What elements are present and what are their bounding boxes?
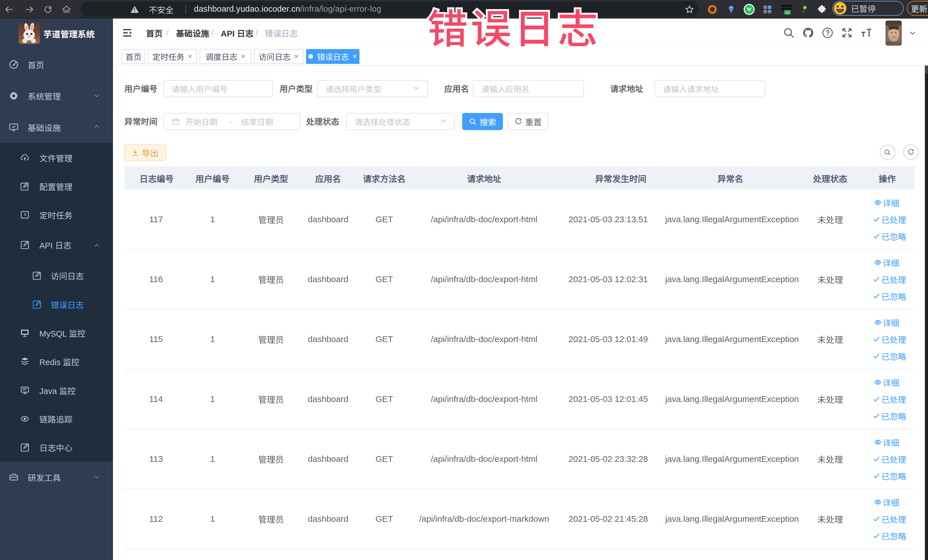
- svg-text:错误日志: 错误日志: [427, 3, 601, 55]
- svg-text:on: on: [786, 11, 789, 14]
